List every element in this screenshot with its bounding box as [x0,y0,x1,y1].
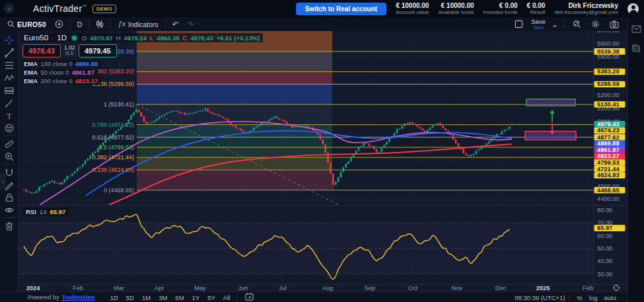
long-position-tool-button[interactable] [2,84,17,96]
demand-zone-rect[interactable] [525,132,576,140]
auto-scale-button[interactable]: auto [601,294,620,301]
svg-text:4468.65: 4468.65 [597,187,620,194]
zoom-in-tool-button[interactable] [2,150,17,163]
brush-icon [4,98,15,108]
svg-text:5286.59: 5286.59 [597,81,620,87]
timeframe-button[interactable]: D [75,19,85,30]
price-badge: 5130.41 [594,101,626,108]
search-off-icon [573,20,581,28]
trash-icon [4,221,15,231]
svg-text:4978.43: 4978.43 [597,121,620,128]
avatar[interactable] [627,3,639,15]
range-button-1m[interactable]: 1M [139,294,154,301]
zoom-in-icon [4,151,15,162]
svg-text:Jul: Jul [279,285,287,291]
price-badge: 4823.27 [594,153,626,159]
lock-tool-button[interactable] [2,191,17,204]
svg-text:0.786 (4974.23): 0.786 (4974.23) [92,122,134,128]
chart-legend: Euro50 · 1D O4970.97 H4979.24 L4964.38 C… [22,33,263,86]
text-tool-button[interactable]: T [2,109,17,122]
sidebar-collapse-button[interactable]: › [4,3,15,14]
price-badge: 4869.88 [594,140,626,147]
layout-select-button[interactable] [513,19,525,30]
price-badge: 5383.20 [594,68,626,75]
save-chevron-icon[interactable]: ⌄ [552,20,558,28]
symbol-search-button[interactable]: EURO50 [5,19,48,30]
snapshot-button[interactable] [608,19,621,30]
log-scale-button[interactable]: log [586,294,601,301]
chart-settings-button[interactable] [589,19,602,30]
svg-text:4721.44: 4721.44 [597,166,620,172]
range-button-1y[interactable]: 1Y [189,294,203,301]
xabcd-pattern-tool-button[interactable] [2,71,17,84]
watchlist-expand-chevron[interactable]: › [0,173,6,190]
buy-button[interactable]: 4979.45 [79,44,117,57]
market-open-dot [72,36,77,40]
fib-retracement-tool-button[interactable] [2,59,17,71]
save-layout-button[interactable]: SaveSave [531,19,546,30]
trash-tool-button[interactable] [2,219,17,232]
svg-text:2024: 2024 [26,285,41,291]
svg-text:Mar: Mar [114,285,124,291]
indicators-button[interactable]: ƒx Indicators [116,19,160,30]
bottom-toolbar: Powered by TradingView 1D5D1M3M6M1Y5YAll… [0,291,627,302]
text-icon: T [4,110,15,121]
crosshair-tool-button[interactable] [2,34,17,46]
news-button[interactable] [631,44,641,56]
legend-close: 4978.43 [190,34,213,42]
rsi-value-badge: 65.97 [594,225,626,231]
range-button-5d[interactable]: 5D [123,294,137,301]
compare-add-symbol-button[interactable] [53,19,65,30]
go-to-date-button[interactable] [242,293,257,302]
camera-icon [610,20,619,28]
svg-text:5600.00: 5600.00 [597,40,620,47]
range-button-all[interactable]: All [220,294,234,301]
chart-style-button[interactable] [94,19,106,30]
price-badge: 5539.38 [594,48,626,55]
range-button-5y[interactable]: 5Y [204,294,219,301]
svg-text:Feb: Feb [583,285,593,291]
toolbar-separator [3,135,15,136]
svg-text:4823.27: 4823.27 [597,153,620,159]
svg-text:50.00: 50.00 [597,245,612,252]
crosshair-icon [4,35,15,46]
price-badge: 4877.62 [594,134,626,141]
svg-text:4974.23: 4974.23 [597,127,620,133]
trend-line-icon [4,48,15,58]
redo-button[interactable]: ↷ [186,19,196,30]
quick-search-button[interactable] [571,19,583,30]
price-badge: 4624.83 [594,172,626,178]
result-stat: € 0.00Result [527,2,546,16]
emoji-icon [4,123,15,133]
candlestick-icon [96,20,104,28]
rsi-legend-row: RSI 14 65.97 [22,208,69,216]
fib-retracement-icon [4,60,15,71]
messages-button[interactable] [631,24,641,36]
fx-icon: ƒx [118,20,125,28]
range-button-1d[interactable]: 1D [107,294,122,301]
brush-tool-button[interactable] [2,96,17,109]
switch-to-real-button[interactable]: Switch to Real account [296,3,386,15]
svg-text:5383.20: 5383.20 [597,68,620,75]
legend-open: 4970.97 [90,34,112,42]
toolbar-separator [3,164,15,165]
svg-text:5700.00: 5700.00 [597,31,620,34]
range-button-3m[interactable]: 3M [155,294,170,301]
demo-badge: DEMO [92,5,117,13]
percent-scale-button[interactable]: % [573,294,585,301]
sell-button[interactable]: 4978.43 [22,44,61,57]
spread: 1.02 0.1 [63,45,76,57]
eye-tool-button[interactable] [2,204,17,216]
trend-line-tool-button[interactable] [2,46,17,59]
range-button-6m[interactable]: 6M [172,294,187,301]
undo-button[interactable]: ↶ [170,19,181,30]
indicator-legend: EMA100 close 04869.88EMA50 close 04861.8… [22,60,263,85]
svg-text:30.00: 30.00 [597,271,612,278]
svg-text:5539.38: 5539.38 [597,48,620,55]
user-menu[interactable]: Dirk Friczewskydirk.friczewsky@gmail.com [554,2,618,16]
timezone-clock[interactable]: 08:30:39 (UTC+1) [515,294,565,301]
ruler-tool-button[interactable] [2,137,17,150]
supply-zone-rect[interactable] [526,99,575,106]
emoji-tool-button[interactable] [2,122,17,134]
tradingview-link[interactable]: TradingView [62,294,95,301]
